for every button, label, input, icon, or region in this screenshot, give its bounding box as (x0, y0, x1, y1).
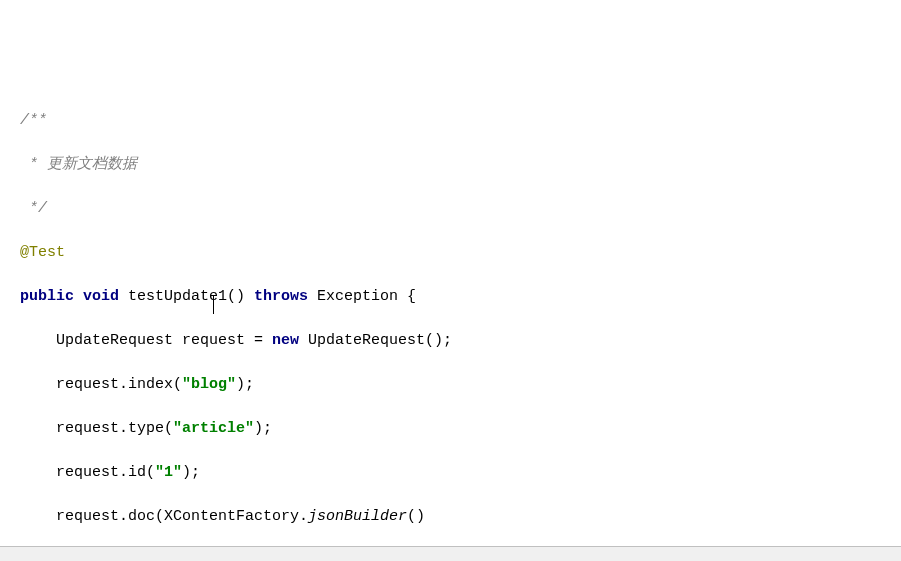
method-name: testUpdate1() (119, 288, 254, 305)
code-text: UpdateRequest(); (299, 332, 452, 349)
keyword-void: void (83, 288, 119, 305)
annotation: @Test (20, 244, 65, 261)
code-editor[interactable]: /** * 更新文档数据 */ @Test public void testUp… (0, 88, 901, 561)
comment: /** (20, 112, 47, 129)
code-text: ); (182, 464, 200, 481)
comment: */ (20, 200, 47, 217)
comment: * 更新文档数据 (20, 156, 137, 173)
code-text: UpdateRequest request = (20, 332, 272, 349)
code-text: request.id( (20, 464, 155, 481)
horizontal-scrollbar[interactable] (0, 546, 901, 561)
code-text: ); (254, 420, 272, 437)
code-text: request.doc(XContentFactory. (20, 508, 308, 525)
keyword-throws: throws (254, 288, 308, 305)
string-literal: "1" (155, 464, 182, 481)
keyword-public: public (20, 288, 74, 305)
string-literal: "blog" (182, 376, 236, 393)
code-text: ); (236, 376, 254, 393)
code-text: request.index( (20, 376, 182, 393)
string-literal: "article" (173, 420, 254, 437)
method-call: jsonBuilder (308, 508, 407, 525)
code-text: () (407, 508, 425, 525)
keyword-new: new (272, 332, 299, 349)
code-text: request.type( (20, 420, 173, 437)
text-caret (213, 296, 214, 314)
code-text: Exception { (308, 288, 416, 305)
